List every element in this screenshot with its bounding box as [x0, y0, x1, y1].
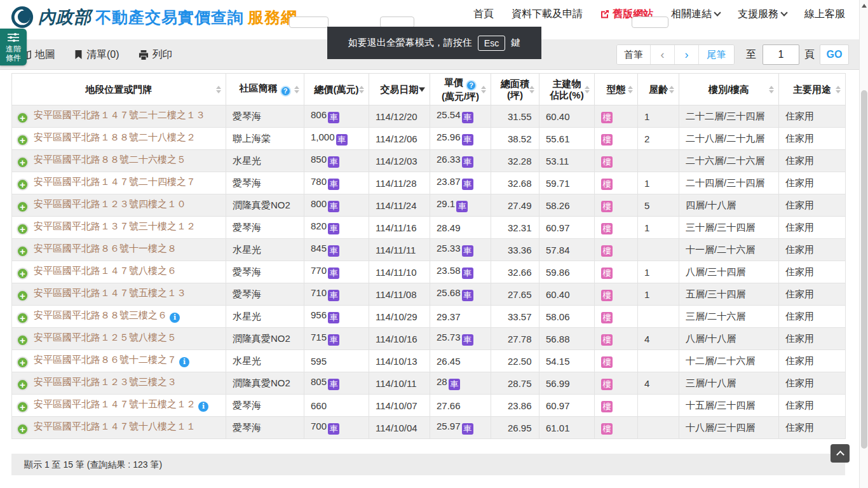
usage-cell: 住家用	[779, 194, 846, 217]
floor-cell: 三層/二十六層	[679, 306, 779, 328]
col-header-date[interactable]: 交易日期	[369, 74, 430, 105]
total-price-cell: 780車	[304, 172, 369, 194]
expand-row-icon[interactable]: +	[17, 334, 29, 346]
advanced-conditions-button[interactable]: 進階 條件	[0, 29, 27, 65]
go-button[interactable]: GO	[820, 44, 849, 65]
floor-cell: 十五層/三十四層	[679, 395, 779, 417]
col-header-floor[interactable]: 樓別/樓高	[679, 74, 779, 105]
type-cell: 樓	[595, 194, 638, 217]
type-cell: 樓	[595, 328, 638, 350]
next-page-button[interactable]: ›	[674, 45, 698, 64]
floor-cell: 二十四層/三十四層	[679, 172, 779, 194]
esc-key-badge: Esc	[478, 36, 505, 51]
col-header-community[interactable]: 社區簡稱?	[226, 74, 304, 105]
help-icon[interactable]: ?	[466, 80, 477, 91]
expand-row-icon[interactable]: +	[17, 290, 29, 302]
expand-row-icon[interactable]: +	[17, 179, 29, 191]
col-header-total-price[interactable]: 總價(萬元)	[304, 74, 369, 105]
age-cell	[638, 306, 679, 328]
nav-support[interactable]: 支援服務	[738, 8, 787, 21]
site-logo[interactable]: 內政部 不動產交易實價查詢 服務網	[10, 5, 297, 29]
col-header-area[interactable]: 總面積(坪)	[491, 74, 539, 105]
table-row: +安平區國平北路８６號十一樓之８水星光845車114/11/1125.33車33…	[12, 239, 846, 261]
total-price-cell: 1,000車	[304, 128, 369, 150]
col-header-ratio[interactable]: 主建物佔比(%)	[539, 74, 595, 105]
usage-cell: 住家用	[779, 105, 846, 128]
total-price-cell: 800車	[304, 194, 369, 217]
unit-price-cell: 25.73車	[430, 328, 491, 350]
col-header-type[interactable]: 型態	[595, 74, 638, 105]
nav-download[interactable]: 資料下載及申請	[512, 8, 583, 21]
expand-row-icon[interactable]: +	[17, 423, 29, 435]
ratio-cell: 53.11	[539, 150, 595, 172]
total-price-cell: 820車	[304, 217, 369, 239]
total-price-cell: 660	[304, 395, 369, 417]
date-cell: 114/12/20	[369, 105, 430, 128]
date-cell: 114/10/04	[369, 417, 430, 439]
unit-price-cell: 25.68車	[430, 283, 491, 306]
info-icon[interactable]: i	[179, 357, 189, 367]
first-page-button[interactable]: 首筆	[617, 45, 650, 64]
date-cell: 114/10/29	[369, 306, 430, 328]
address-cell: +安平區國平北路１４７號十八樓之１１	[12, 417, 226, 439]
expand-row-icon[interactable]: +	[17, 223, 29, 235]
expand-row-icon[interactable]: +	[17, 401, 29, 413]
ratio-cell: 59.71	[539, 172, 595, 194]
col-header-usage[interactable]: 主要用途	[779, 74, 846, 105]
unit-price-cell: 25.54車	[430, 105, 491, 128]
page-number-input[interactable]	[763, 44, 799, 65]
expand-row-icon[interactable]: +	[17, 356, 29, 369]
nav-home[interactable]: 首頁	[473, 8, 494, 21]
expand-row-icon[interactable]: +	[17, 201, 29, 213]
expand-row-icon[interactable]: +	[17, 134, 29, 146]
chevron-down-icon	[714, 9, 721, 16]
unit-price-cell: 23.87車	[430, 172, 491, 194]
scrollbar-thumb[interactable]	[861, 90, 867, 449]
expand-row-icon[interactable]: +	[17, 379, 29, 391]
address-text: 安平區國平北路８６號十一樓之８	[34, 243, 177, 254]
building-type-badge: 樓	[601, 179, 613, 190]
saved-list-button[interactable]: 清單(0)	[74, 48, 119, 62]
chevron-down-icon	[780, 9, 787, 16]
col-header-address[interactable]: 地段位置或門牌	[12, 74, 226, 105]
parking-badge: 車	[456, 201, 468, 212]
print-button[interactable]: 列印	[139, 48, 173, 62]
prev-page-button[interactable]: ‹	[650, 45, 674, 64]
community-cell: 潤隆真愛NO2	[226, 194, 304, 217]
expand-row-icon[interactable]: +	[17, 245, 29, 257]
ratio-cell: 59.86	[539, 261, 595, 283]
vertical-scrollbar[interactable]	[859, 0, 868, 488]
nav-links[interactable]: 相關連結	[671, 8, 720, 21]
last-page-button[interactable]: 尾筆	[698, 45, 734, 64]
date-cell: 114/12/06	[369, 128, 430, 150]
scroll-up-arrow-icon[interactable]	[862, 4, 867, 8]
nav-live-chat[interactable]: 線上客服	[804, 8, 845, 21]
col-header-unit-price[interactable]: 單價?(萬元/坪)	[430, 74, 491, 105]
info-icon[interactable]: i	[170, 313, 180, 323]
col-header-age[interactable]: 屋齡	[638, 74, 679, 105]
expand-row-icon[interactable]: +	[17, 156, 29, 168]
community-cell: 聯上海棠	[226, 128, 304, 150]
parking-badge: 車	[462, 245, 473, 257]
area-cell: 26.95	[491, 417, 539, 439]
results-table: 地段位置或門牌社區簡稱?總價(萬元)交易日期單價?(萬元/坪)總面積(坪)主建物…	[11, 73, 846, 439]
expand-row-icon[interactable]: +	[17, 112, 29, 124]
expand-row-icon[interactable]: +	[17, 268, 29, 280]
address-cell: +安平區國平北路１８８號二十八樓之２	[12, 128, 226, 150]
toast-text: 如要退出全螢幕模式，請按住	[348, 37, 472, 49]
area-cell: 27.78	[491, 328, 539, 350]
address-text: 安平區國平北路１４７號十八樓之１１	[34, 421, 196, 431]
type-cell: 樓	[595, 283, 638, 306]
jump-to-label: 至	[746, 48, 756, 62]
address-text: 安平區國平北路１４７號二十四樓之７	[34, 176, 196, 187]
table-row: +安平區國平北路１４７號十五樓之１２i愛琴海660114/10/0727.662…	[12, 395, 846, 417]
total-price-cell: 845車	[304, 239, 369, 261]
floor-cell: 十八層/三十四層	[679, 417, 779, 439]
help-icon[interactable]: ?	[280, 86, 291, 97]
expand-row-icon[interactable]: +	[17, 312, 29, 324]
age-cell: 2	[638, 128, 679, 150]
community-cell: 潤隆真愛NO2	[226, 328, 304, 350]
age-cell: 4	[638, 328, 679, 350]
info-icon[interactable]: i	[198, 402, 208, 412]
back-to-top-button[interactable]	[831, 444, 850, 463]
